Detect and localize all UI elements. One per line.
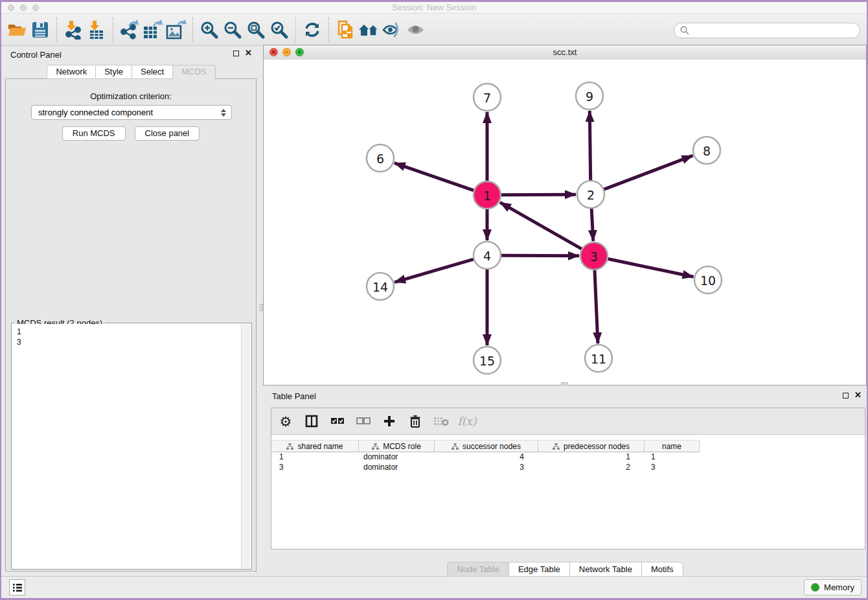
delete-table-icon — [433, 416, 449, 426]
column-header-shared-name[interactable]: shared name — [271, 440, 359, 452]
optimization-criterion-label: Optimization criterion: — [6, 91, 256, 101]
memory-button[interactable]: Memory — [804, 579, 862, 595]
table-row[interactable]: 3dominator323 — [271, 463, 865, 473]
table-panel-tabs: Node TableEdge TableNetwork TableMotifs — [263, 562, 867, 577]
network-window-titlebar[interactable]: ✕ − + scc.txt — [264, 45, 866, 60]
delete-columns-button[interactable] — [407, 413, 423, 429]
import-table-button[interactable] — [85, 17, 108, 42]
apply-layout-button[interactable] — [301, 17, 324, 42]
open-session-button[interactable] — [5, 17, 29, 42]
table-cell: 3 — [271, 463, 359, 473]
run-mcds-button[interactable]: Run MCDS — [62, 126, 126, 141]
first-neighbors-button[interactable] — [357, 17, 380, 42]
export-table-button[interactable] — [141, 17, 165, 42]
column-label: name — [662, 442, 681, 451]
column-header-mcds-role[interactable]: MCDS role — [359, 440, 435, 452]
search-field[interactable] — [674, 23, 860, 38]
edge-4-14[interactable] — [394, 259, 474, 282]
zoom-out-button[interactable] — [221, 17, 244, 42]
zoom-in-button[interactable] — [198, 17, 221, 42]
control-panel-body: Optimization criterion: strongly connect… — [5, 78, 257, 571]
hide-selected-button[interactable] — [380, 17, 404, 42]
tab-motifs[interactable]: Motifs — [641, 562, 683, 577]
node-label-2: 2 — [587, 188, 595, 202]
node-label-14: 14 — [372, 280, 388, 294]
search-input[interactable] — [693, 25, 860, 36]
show-columns-button[interactable] — [304, 413, 319, 429]
zoom-fit-button[interactable] — [244, 17, 268, 42]
title-bar: Session: New Session — [1, 2, 867, 14]
eye-icon — [405, 22, 426, 38]
column-header-successor-nodes[interactable]: successor nodes — [435, 440, 538, 452]
edge-2-3[interactable] — [591, 209, 593, 241]
memory-label: Memory — [824, 583, 854, 592]
horizontal-splitter-handle[interactable] — [561, 382, 568, 386]
node-label-6: 6 — [376, 152, 384, 166]
table-column-headers: shared nameMCDS rolesuccessor nodesprede… — [271, 440, 700, 452]
function-builder-button[interactable]: f(x) — [459, 413, 475, 429]
export-network-icon — [120, 20, 139, 40]
import-network-button[interactable] — [62, 17, 85, 42]
edge-1-2[interactable] — [501, 194, 576, 195]
show-all-button[interactable] — [404, 17, 427, 42]
add-column-button[interactable] — [382, 413, 397, 429]
network-graph[interactable]: 7968124314101511 — [264, 60, 866, 385]
list-icon — [12, 583, 23, 592]
vertical-splitter-handle[interactable] — [260, 304, 263, 311]
open-folder-icon — [7, 21, 27, 38]
tab-network[interactable]: Network — [47, 65, 96, 79]
node-label-7: 7 — [483, 91, 491, 105]
float-table-panel-icon[interactable] — [843, 393, 849, 398]
close-table-panel-icon[interactable]: ✕ — [854, 392, 862, 398]
checked-boxes-icon — [330, 417, 345, 426]
export-image-icon — [166, 20, 187, 40]
edge-4-3[interactable] — [501, 255, 579, 256]
tab-select[interactable]: Select — [131, 65, 173, 79]
edge-2-9[interactable] — [589, 111, 590, 180]
copy-network-icon — [336, 20, 354, 40]
close-panel-button[interactable]: Close panel — [135, 126, 200, 141]
task-history-button[interactable] — [9, 579, 25, 595]
plus-icon — [383, 415, 396, 428]
tab-edge-table[interactable]: Edge Table — [508, 562, 570, 577]
edge-2-8[interactable] — [604, 156, 693, 189]
tab-style[interactable]: Style — [95, 65, 132, 79]
select-stepper-icon — [221, 109, 226, 117]
optimization-criterion-select[interactable]: strongly connected component — [31, 105, 232, 120]
export-image-button[interactable] — [165, 17, 188, 42]
result-scrollbar[interactable] — [241, 324, 251, 568]
delete-table-button[interactable] — [433, 413, 449, 429]
edge-3-1[interactable] — [500, 202, 582, 249]
column-header-name[interactable]: name — [645, 440, 700, 452]
tab-network-table[interactable]: Network Table — [569, 562, 642, 577]
table-panel-body: ⚙ — [271, 408, 865, 549]
table-cell: 3 — [645, 463, 700, 473]
float-panel-icon[interactable] — [233, 51, 239, 56]
save-session-button[interactable] — [29, 17, 52, 42]
refresh-icon — [303, 21, 321, 39]
table-settings-button[interactable]: ⚙ — [278, 413, 293, 429]
close-panel-icon[interactable]: ✕ — [245, 50, 252, 56]
edge-3-10[interactable] — [608, 259, 694, 277]
toolbar-separator — [295, 17, 296, 42]
tab-node-table[interactable]: Node Table — [447, 562, 509, 577]
new-network-from-selection-button[interactable] — [334, 17, 357, 42]
node-label-10: 10 — [700, 273, 716, 288]
table-cell: 1 — [645, 452, 700, 463]
table-row[interactable]: 1dominator411 — [271, 452, 865, 463]
deselect-all-button[interactable] — [356, 413, 371, 429]
column-header-predecessor-nodes[interactable]: predecessor nodes — [538, 440, 645, 452]
node-label-1: 1 — [483, 189, 491, 203]
mcds-result-text[interactable]: 1 3 — [12, 324, 242, 568]
edge-3-11[interactable] — [595, 270, 598, 343]
mcds-result-group: MCDS result (2 nodes) 1 3 — [11, 323, 252, 570]
zoom-selected-button[interactable] — [268, 17, 291, 42]
zoom-out-icon — [223, 21, 242, 39]
edge-1-6[interactable] — [394, 163, 474, 190]
node-label-11: 11 — [591, 352, 606, 366]
toolbar-separator — [56, 17, 57, 42]
tab-mcds[interactable]: MCDS — [172, 65, 215, 80]
table-rows: 1dominator4113dominator323 — [271, 452, 865, 473]
export-network-button[interactable] — [118, 17, 141, 42]
select-all-button[interactable] — [330, 413, 345, 429]
